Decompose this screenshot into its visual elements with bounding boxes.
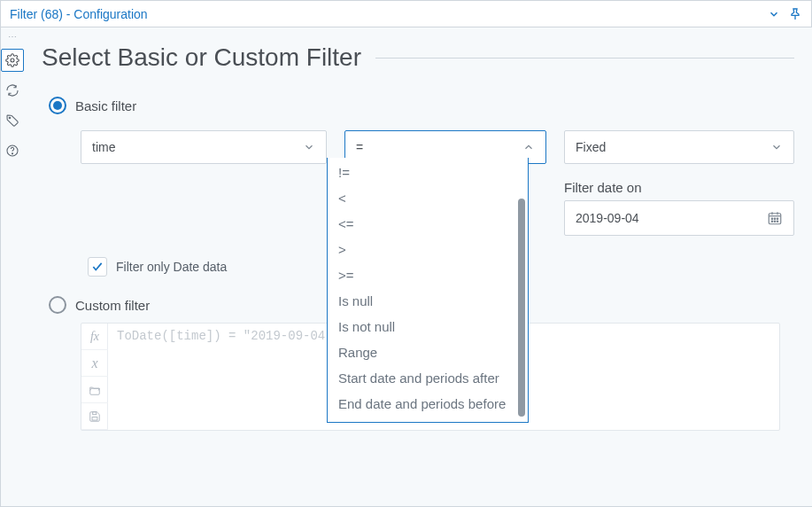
operator-option[interactable]: End date and periods before — [328, 391, 528, 417]
collapse-icon[interactable] — [763, 4, 785, 25]
svg-point-1 — [11, 58, 14, 62]
chevron-up-icon — [522, 141, 535, 153]
date-block: Filter date on 2019-09-04 — [564, 180, 794, 236]
dropdown-scrollbar[interactable] — [518, 199, 525, 417]
refresh-icon[interactable] — [1, 79, 24, 102]
operator-option[interactable]: Range — [328, 339, 528, 365]
operator-option[interactable]: != — [328, 160, 528, 185]
chevron-down-icon — [770, 141, 783, 153]
variable-icon[interactable]: x — [81, 350, 108, 377]
main-panel: Select Basic or Custom Filter Basic filt… — [24, 27, 812, 506]
date-label: Filter date on — [564, 180, 794, 195]
operator-select-value: = — [356, 140, 363, 154]
chevron-down-icon — [303, 141, 315, 153]
svg-point-2 — [9, 117, 11, 119]
operator-option[interactable]: Start date and periods after — [328, 365, 528, 391]
radio-checked-icon — [49, 97, 66, 114]
svg-point-4 — [12, 153, 12, 154]
settings-icon[interactable] — [1, 49, 24, 72]
rail-drag-handle[interactable]: ⋯ — [8, 33, 18, 42]
mode-select-value: Fixed — [576, 140, 606, 154]
help-icon[interactable] — [1, 139, 24, 162]
operator-dropdown: != < <= > >= Is null Is not null Range S… — [327, 158, 529, 423]
operator-option[interactable]: Is null — [328, 288, 528, 314]
save-icon[interactable] — [81, 403, 108, 430]
tag-icon[interactable] — [1, 109, 24, 132]
date-input-value: 2019-09-04 — [576, 211, 639, 225]
mode-select[interactable]: Fixed — [564, 130, 794, 164]
field-select-value: time — [92, 140, 115, 154]
calendar-icon — [767, 210, 783, 226]
operator-option[interactable]: < — [328, 185, 528, 211]
heading-divider — [375, 58, 794, 58]
svg-point-14 — [777, 221, 778, 222]
operator-option[interactable]: >= — [328, 262, 528, 288]
config-window: Filter (68) - Configuration ⋯ — [0, 0, 812, 507]
operator-option[interactable]: > — [328, 237, 528, 262]
date-input[interactable]: 2019-09-04 — [564, 200, 794, 236]
checkbox-label: Filter only Date data — [116, 260, 227, 274]
left-rail: ⋯ — [1, 27, 24, 506]
svg-rect-15 — [92, 417, 97, 420]
svg-point-10 — [774, 218, 776, 220]
radio-unchecked-icon — [49, 296, 66, 314]
body: ⋯ — [1, 27, 811, 506]
svg-rect-16 — [93, 411, 97, 414]
operator-option[interactable]: <= — [328, 211, 528, 237]
window-title: Filter (68) - Configuration — [10, 7, 148, 21]
svg-point-11 — [777, 218, 778, 220]
checkbox-checked-icon — [88, 257, 107, 277]
custom-filter-label: Custom filter — [75, 298, 150, 313]
page-title: Select Basic or Custom Filter — [42, 43, 361, 72]
basic-filter-radio[interactable]: Basic filter — [49, 97, 794, 114]
titlebar: Filter (68) - Configuration — [1, 1, 811, 27]
svg-point-12 — [771, 221, 773, 222]
pin-icon[interactable] — [785, 4, 806, 25]
folder-open-icon[interactable] — [81, 377, 108, 403]
svg-point-13 — [774, 221, 776, 222]
expression-toolbar: fx x — [81, 324, 108, 430]
operator-option[interactable]: Is not null — [328, 314, 528, 339]
field-select[interactable]: time — [81, 130, 327, 164]
basic-filter-label: Basic filter — [75, 98, 136, 113]
svg-point-9 — [771, 218, 773, 220]
fx-icon[interactable]: fx — [81, 324, 108, 350]
